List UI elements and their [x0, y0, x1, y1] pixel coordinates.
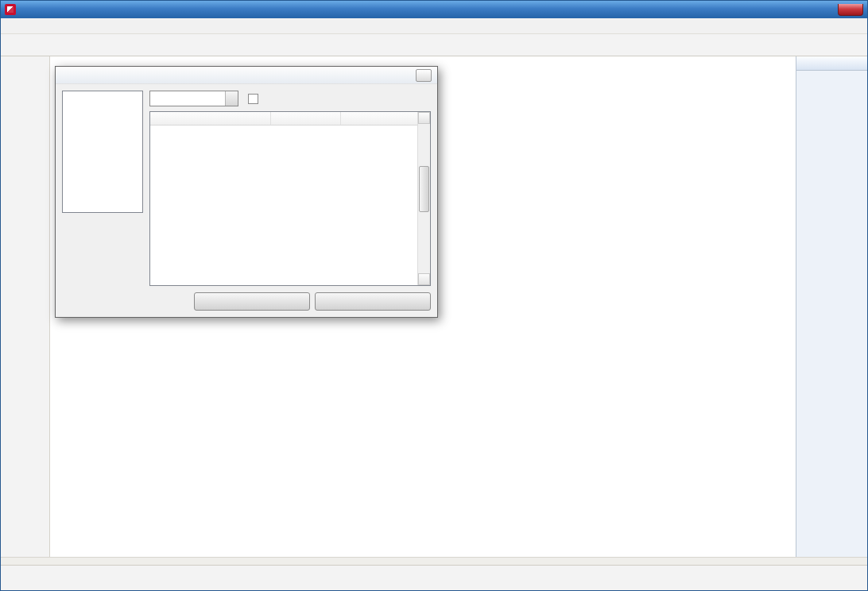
column-header-name[interactable]: [150, 112, 271, 125]
column-header-count[interactable]: [271, 112, 341, 125]
scroll-up-icon[interactable]: [418, 112, 430, 124]
dialog-title-bar[interactable]: [56, 67, 437, 84]
scrollbar-thumb[interactable]: [419, 166, 429, 212]
show-nested-checkbox[interactable]: [248, 94, 262, 104]
default-tray: [796, 56, 867, 557]
menu-bar: [1, 18, 867, 34]
dialog-body: [56, 84, 437, 317]
checkbox-check-icon[interactable]: [248, 94, 258, 104]
scrollbar-track[interactable]: [418, 124, 430, 273]
table-scrollbar[interactable]: [417, 112, 430, 285]
statistics-table: [149, 111, 431, 286]
toolbar-dock: [1, 557, 867, 565]
title-bar[interactable]: [1, 1, 867, 18]
statistics-panel: [149, 91, 431, 311]
bottom-toolbar: [1, 565, 867, 590]
purge-unused-button[interactable]: [194, 292, 310, 311]
scope-row: [149, 91, 431, 106]
tray-title: [796, 56, 867, 71]
model-info-dialog: [55, 66, 438, 318]
table-header: [150, 112, 417, 126]
app-window: [0, 0, 868, 591]
window-close-button[interactable]: [838, 4, 863, 16]
dialog-button-row: [149, 292, 431, 311]
scope-select[interactable]: [149, 91, 238, 106]
fix-problems-button[interactable]: [315, 292, 431, 311]
chevron-down-icon[interactable]: [225, 91, 238, 106]
top-toolbar: [1, 34, 867, 56]
column-header-filler: [341, 112, 417, 125]
sketchup-logo-icon: [5, 4, 16, 15]
category-list: [62, 91, 143, 213]
table-main: [150, 112, 417, 285]
scroll-down-icon[interactable]: [418, 273, 430, 285]
dialog-close-button[interactable]: [416, 69, 432, 82]
left-toolbar: [1, 56, 50, 557]
